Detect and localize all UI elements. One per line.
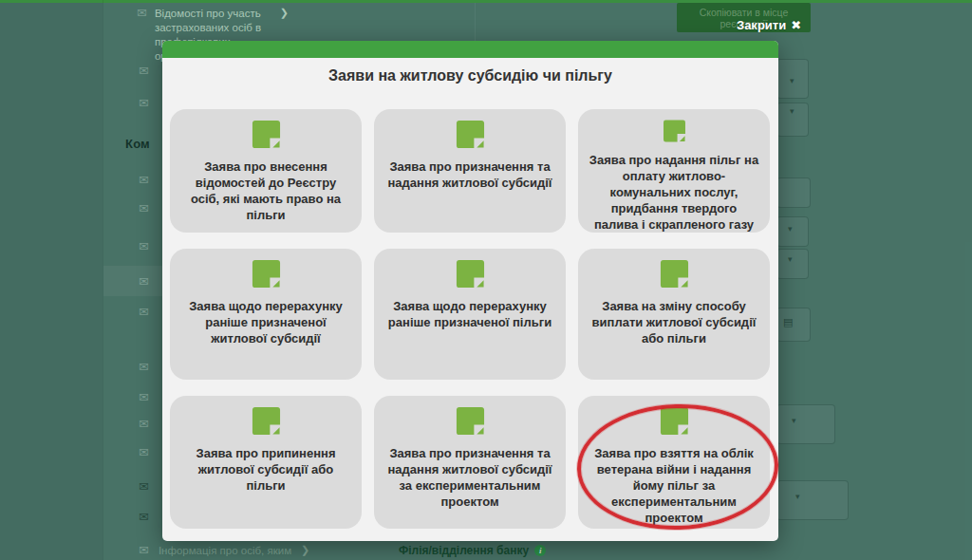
modal-title: Заяви на житлову субсидію чи пільгу [162,67,778,84]
close-button-label: Закрити [737,18,786,32]
note-icon [251,119,282,150]
application-card-utility-benefits[interactable]: Заява про надання пільг на оплату житлов… [578,109,770,233]
application-card-payment-method-change[interactable]: Заява на зміну способу виплати житлової … [578,249,770,380]
note-icon [251,258,282,289]
note-icon [659,405,690,437]
applications-modal: Заяви на житлову субсидію чи пільгу Заяв… [162,41,778,541]
application-cards-grid: Заява про внесення відомостей до Реєстру… [170,109,771,529]
note-icon [455,119,486,150]
note-icon [659,119,690,143]
application-card-experimental-subsidy[interactable]: Заява про призначення та надання житлово… [374,396,566,529]
note-icon [251,405,282,437]
card-label: Заява про призначення та надання житлово… [383,159,556,191]
close-button[interactable]: Закрити ✖ [737,18,801,32]
note-icon [659,258,690,289]
modal-header-strip [162,41,778,58]
card-label: Заява про внесення відомостей до Реєстру… [179,159,352,223]
note-icon [455,405,486,437]
card-label: Заява про призначення та надання житлово… [383,445,556,510]
application-card-benefit-recalculation[interactable]: Заява щодо перерахунку раніше призначено… [374,249,566,380]
card-label: Заява щодо перерахунку раніше призначено… [383,298,556,330]
application-card-subsidy-recalculation[interactable]: Заява щодо перерахунку раніше призначено… [170,249,362,380]
card-label: Заява про припинення житлової субсидії а… [179,445,352,494]
application-card-register-entry[interactable]: Заява про внесення відомостей до Реєстру… [170,109,362,233]
card-label: Заява щодо перерахунку раніше призначено… [179,298,352,346]
application-card-termination[interactable]: Заява про припинення житлової субсидії а… [170,396,362,529]
close-x-icon: ✖ [791,18,801,32]
application-card-war-veteran-registration[interactable]: Заява про взяття на облік ветерана війни… [578,396,770,529]
card-label: Заява про надання пільг на оплату житлов… [588,152,760,233]
card-label: Заява про взяття на облік ветерана війни… [588,445,760,526]
note-icon [455,258,486,289]
card-label: Заява на зміну способу виплати житлової … [588,298,760,346]
application-card-subsidy-assignment[interactable]: Заява про призначення та надання житлово… [374,109,566,233]
